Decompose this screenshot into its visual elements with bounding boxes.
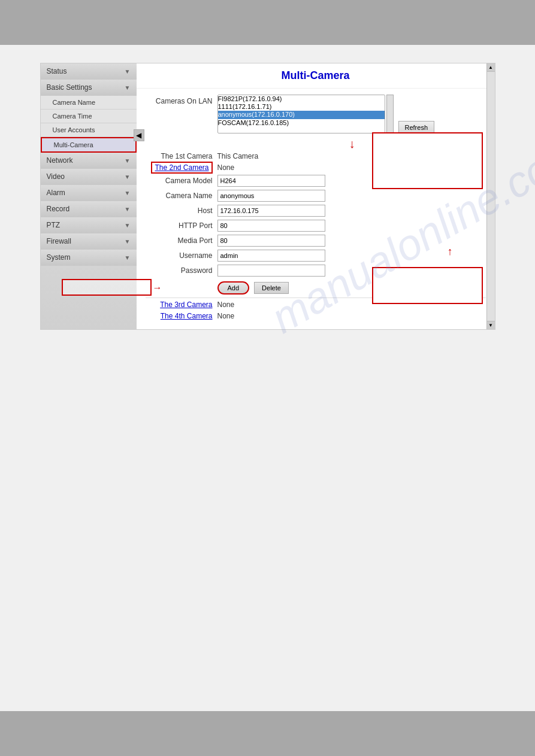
camera-34-annotation-box (372, 267, 483, 304)
sidebar-item-network[interactable]: Network ▼ (41, 153, 137, 169)
third-camera-value: None (217, 300, 235, 309)
second-camera-value: None (217, 163, 235, 172)
fourth-camera-row: The 4th Camera None (146, 312, 486, 320)
sidebar-arrow-basic-settings: ▼ (125, 84, 131, 91)
sidebar-arrow-network: ▼ (125, 157, 131, 164)
camera-model-label: Camera Model (146, 177, 217, 185)
buttons-container: Add Delete ↑ (217, 281, 289, 294)
first-camera-label: The 1st Camera (146, 152, 217, 160)
sidebar-label-video: Video (47, 172, 65, 181)
scrollbar-down-button[interactable]: ▼ (487, 321, 495, 329)
sidebar-item-user-accounts[interactable]: User Accounts (41, 123, 137, 137)
camera-name-row: Camera Name (146, 190, 486, 202)
collapse-icon: ◀ (136, 131, 141, 139)
second-camera-label: The 2nd Camera (146, 163, 217, 172)
sidebar-label-firewall: Firewall (47, 237, 71, 245)
app-window: Status ▼ Basic Settings ▼ Camera Name Ca… (40, 63, 495, 330)
third-camera-link[interactable]: The 3rd Camera (160, 300, 212, 309)
sidebar-label-basic-settings: Basic Settings (47, 83, 92, 92)
sidebar-arrow-system: ▼ (125, 254, 131, 261)
host-row: Host (146, 205, 486, 217)
arrow-up-annotation: ↑ (448, 245, 453, 258)
add-button[interactable]: Add (217, 281, 250, 294)
sidebar-item-status[interactable]: Status ▼ (41, 63, 137, 80)
first-camera-value: This Camera (217, 152, 259, 160)
sidebar-item-camera-time[interactable]: Camera Time (41, 110, 137, 123)
second-camera-link[interactable]: The 2nd Camera (151, 162, 212, 174)
password-label: Password (146, 266, 217, 275)
sidebar-label-network: Network (47, 156, 73, 165)
sidebar-label-system: System (47, 253, 71, 262)
password-input[interactable] (217, 265, 325, 277)
username-label: Username (146, 251, 217, 260)
camera-detail-annotation-box (372, 132, 483, 189)
sidebar-label-multi-camera: Multi-Camera (54, 141, 93, 148)
page-title: Multi-Camera (137, 63, 495, 89)
username-row: Username (146, 250, 486, 262)
fourth-camera-value: None (217, 312, 235, 320)
host-label: Host (146, 207, 217, 215)
left-annotation-box (62, 279, 152, 296)
camera-model-input[interactable] (217, 175, 325, 187)
sidebar-label-camera-name: Camera Name (53, 99, 96, 106)
sidebar-item-firewall[interactable]: Firewall ▼ (41, 233, 137, 250)
media-port-row: Media Port (146, 235, 486, 247)
sidebar-item-alarm[interactable]: Alarm ▼ (41, 185, 137, 201)
scrollbar-up-button[interactable]: ▲ (487, 63, 495, 72)
lan-listbox[interactable]: FI9821P(172.16.0.94) 1111(172.16.1.71) a… (217, 95, 385, 133)
listbox-scrollbar (386, 95, 394, 133)
sidebar-arrow-ptz: ▼ (125, 222, 131, 229)
sidebar-item-ptz[interactable]: PTZ ▼ (41, 217, 137, 233)
sidebar-label-ptz: PTZ (47, 221, 61, 229)
top-bar (0, 0, 535, 45)
lan-item-0[interactable]: FI9821P(172.16.0.94) (218, 95, 385, 103)
vertical-scrollbar[interactable]: ▲ ▼ (486, 63, 495, 329)
sidebar-label-record: Record (47, 205, 70, 213)
third-camera-label: The 3rd Camera (146, 300, 217, 309)
sidebar-item-basic-settings[interactable]: Basic Settings ▼ (41, 80, 137, 96)
sidebar-arrow-firewall: ▼ (125, 238, 131, 245)
cameras-on-lan-label: Cameras On LAN (146, 95, 217, 105)
sidebar-label-status: Status (47, 67, 67, 75)
lan-item-1[interactable]: 1111(172.16.1.71) (218, 103, 385, 111)
http-port-input[interactable] (217, 220, 325, 232)
http-port-row: HTTP Port (146, 220, 486, 232)
sidebar-arrow-status: ▼ (125, 68, 131, 75)
sidebar-collapse-button[interactable]: ◀ (134, 129, 144, 141)
media-port-input[interactable] (217, 235, 325, 247)
sidebar-item-multi-camera[interactable]: Multi-Camera (41, 137, 137, 153)
sidebar-label-user-accounts: User Accounts (53, 126, 95, 133)
sidebar-arrow-alarm: ▼ (125, 190, 131, 196)
sidebar-item-video[interactable]: Video ▼ (41, 169, 137, 185)
username-input[interactable] (217, 250, 325, 262)
main-content: Multi-Camera Cameras On LAN FI9821P(172.… (137, 63, 495, 329)
lan-item-2[interactable]: anonymous(172.16.0.170) (218, 111, 385, 119)
page-content: manualonline.com Status ▼ Basic Settings… (0, 45, 535, 711)
camera-name-label: Camera Name (146, 192, 217, 200)
camera-name-input[interactable] (217, 190, 325, 202)
sidebar-arrow-record: ▼ (125, 206, 131, 212)
lan-item-3[interactable]: FOSCAM(172.16.0.185) (218, 119, 385, 127)
host-input[interactable] (217, 205, 325, 217)
bottom-bar (0, 711, 535, 756)
lan-controls: FI9821P(172.16.0.94) 1111(172.16.1.71) a… (217, 95, 486, 135)
media-port-label: Media Port (146, 236, 217, 245)
sidebar-arrow-video: ▼ (125, 174, 131, 180)
sidebar-item-camera-name[interactable]: Camera Name (41, 96, 137, 110)
cameras-on-lan-row: Cameras On LAN FI9821P(172.16.0.94) 1111… (146, 95, 486, 135)
fourth-camera-link[interactable]: The 4th Camera (161, 312, 213, 320)
sidebar-label-camera-time: Camera Time (53, 113, 92, 120)
delete-button[interactable]: Delete (254, 282, 289, 294)
http-port-label: HTTP Port (146, 221, 217, 230)
sidebar-label-alarm: Alarm (47, 189, 65, 197)
sidebar-item-system[interactable]: System ▼ (41, 250, 137, 266)
sidebar-item-record[interactable]: Record ▼ (41, 201, 137, 217)
arrow-pointing-right: → (153, 283, 162, 293)
fourth-camera-label: The 4th Camera (146, 312, 217, 320)
